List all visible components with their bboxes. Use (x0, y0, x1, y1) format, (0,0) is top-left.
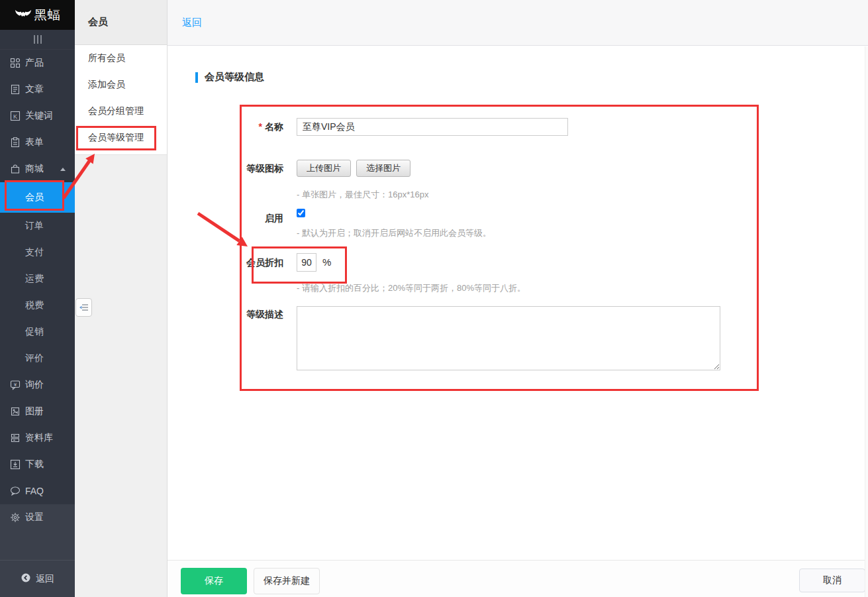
name-label: *名称 (168, 118, 297, 136)
sidebar-collapse-handle-icon[interactable] (0, 30, 75, 50)
cancel-button[interactable]: 取消 (799, 569, 865, 592)
inquiry-icon: ¥ (10, 380, 21, 390)
svg-text:K: K (13, 113, 17, 120)
sidebar-item-label: 商城 (25, 163, 44, 175)
choose-image-button[interactable]: 选择图片 (356, 160, 410, 177)
name-input[interactable] (297, 118, 568, 136)
app-screen: 黑蝠 产品 文章 K 关键词 表单 商城 (0, 0, 868, 597)
level-icon-hint: - 单张图片，最佳尺寸：16px*16px (297, 189, 428, 201)
sidebar-item-label: 订单 (25, 220, 44, 232)
logo-text: 黑蝠 (34, 7, 61, 24)
enabled-label: 启用 (168, 207, 297, 225)
discount-label: 会员折扣 (168, 253, 297, 272)
sidebar-item-products[interactable]: 产品 (0, 50, 75, 76)
sidebar-item-label: 关键词 (25, 110, 53, 122)
settings-section: 设置 (0, 504, 75, 560)
action-bar: 保存 保存并新建 取消 (168, 560, 868, 597)
sidebar-subitem-shipping[interactable]: 运费 (0, 266, 75, 292)
sidebar-subitem-tax[interactable]: 税费 (0, 292, 75, 319)
upload-image-button[interactable]: 上传图片 (297, 160, 351, 177)
sidebar-item-label: 下载 (25, 459, 44, 470)
sidebar-subitem-reviews[interactable]: 评价 (0, 345, 75, 372)
panel-item-add-member[interactable]: 添加会员 (75, 72, 167, 98)
description-textarea[interactable] (297, 306, 720, 370)
sidebar-item-label: 会员 (25, 191, 44, 203)
discount-hint: - 请输入折扣的百分比；20%等同于两折，80%等同于八折。 (297, 282, 526, 294)
description-label: 等级描述 (168, 306, 297, 321)
section-accent-bar (195, 72, 198, 83)
faq-icon (10, 486, 21, 496)
form-row-discount: 会员折扣 % - 请输入折扣的百分比；20%等同于两折，80%等同于八折。 (168, 253, 526, 294)
form-row-level-icon: 等级图标 上传图片 选择图片 - 单张图片，最佳尺寸：16px*16px (168, 160, 428, 201)
sidebar-back-label: 返回 (36, 573, 54, 585)
enabled-checkbox[interactable] (297, 209, 305, 217)
download-icon (10, 459, 21, 470)
sidebar-item-mall[interactable]: 商城 (0, 156, 75, 182)
primary-sidebar: 黑蝠 产品 文章 K 关键词 表单 商城 (0, 0, 75, 597)
library-icon (10, 433, 21, 443)
level-icon-label: 等级图标 (168, 160, 297, 177)
panel-item-member-groups[interactable]: 会员分组管理 (75, 98, 167, 125)
sidebar-item-forms[interactable]: 表单 (0, 129, 75, 156)
panel-item-all-members[interactable]: 所有会员 (75, 45, 167, 72)
save-and-new-button[interactable]: 保存并新建 (254, 568, 320, 594)
form-row-description: 等级描述 (168, 306, 720, 370)
section-header: 会员等级信息 (195, 71, 264, 83)
panel-title: 会员 (88, 16, 108, 28)
sidebar-item-label: FAQ (25, 486, 44, 496)
sidebar-item-label: 询价 (25, 379, 44, 391)
sidebar-subitem-members[interactable]: 会员 (0, 182, 75, 213)
sidebar-item-downloads[interactable]: 下载 (0, 451, 75, 478)
main-content: 返回 会员等级信息 *名称 等级图标 上传图片 选择图片 - 单张图片，最佳尺寸 (168, 0, 868, 597)
sidebar-subitem-payment[interactable]: 支付 (0, 239, 75, 266)
sidebar-item-label: 税费 (25, 299, 44, 311)
sidebar-item-articles[interactable]: 文章 (0, 76, 75, 103)
sidebar-item-label: 促销 (25, 326, 44, 338)
discount-input[interactable] (297, 253, 316, 272)
mall-bag-icon (10, 164, 21, 174)
back-circle-icon (21, 572, 31, 585)
form-row-name: *名称 (168, 118, 568, 136)
collapse-panel-icon (79, 303, 89, 311)
sidebar-item-settings[interactable]: 设置 (0, 504, 75, 531)
sidebar-subitem-promotion[interactable]: 促销 (0, 319, 75, 345)
save-button[interactable]: 保存 (181, 568, 247, 594)
section-title: 会员等级信息 (205, 71, 264, 83)
album-icon (10, 406, 21, 417)
form-icon (10, 137, 21, 148)
enabled-hint: - 默认为开启；取消开启后网站不启用此会员等级。 (297, 227, 491, 239)
panel-collapse-button[interactable] (75, 298, 92, 317)
main-topbar: 返回 (168, 0, 868, 46)
primary-nav: 产品 文章 K 关键词 表单 商城 会员 订 (0, 50, 75, 560)
sidebar-item-label: 文章 (25, 83, 44, 95)
chevron-up-icon (60, 168, 66, 171)
panel-item-label: 会员分组管理 (88, 105, 144, 117)
discount-unit: % (322, 253, 331, 272)
keyword-icon: K (10, 111, 21, 121)
grid-icon (10, 58, 21, 68)
sidebar-subitem-orders[interactable]: 订单 (0, 213, 75, 239)
sidebar-item-label: 表单 (25, 136, 44, 148)
sidebar-item-albums[interactable]: 图册 (0, 398, 75, 425)
sidebar-item-label: 评价 (25, 353, 44, 364)
sidebar-item-label: 设置 (25, 512, 44, 523)
sidebar-item-inquiry[interactable]: ¥ 询价 (0, 372, 75, 398)
sidebar-item-faq[interactable]: FAQ (0, 478, 75, 504)
panel-item-label: 所有会员 (88, 52, 125, 64)
article-icon (10, 84, 21, 95)
panel-item-member-levels[interactable]: 会员等级管理 (75, 125, 167, 151)
required-mark: * (259, 121, 262, 132)
sidebar-item-label: 资料库 (25, 432, 53, 444)
sidebar-item-keywords[interactable]: K 关键词 (0, 103, 75, 129)
panel-item-label: 会员等级管理 (88, 132, 144, 144)
scrollbar-track[interactable] (865, 46, 868, 597)
panel-background (75, 154, 167, 597)
sidebar-item-label: 产品 (25, 57, 44, 69)
back-link[interactable]: 返回 (182, 17, 202, 29)
gear-icon (10, 512, 21, 523)
sidebar-back-button[interactable]: 返回 (0, 560, 75, 597)
bat-logo-icon (15, 7, 32, 24)
sidebar-item-label: 图册 (25, 406, 44, 417)
sidebar-item-library[interactable]: 资料库 (0, 425, 75, 451)
app-logo[interactable]: 黑蝠 (0, 0, 75, 30)
